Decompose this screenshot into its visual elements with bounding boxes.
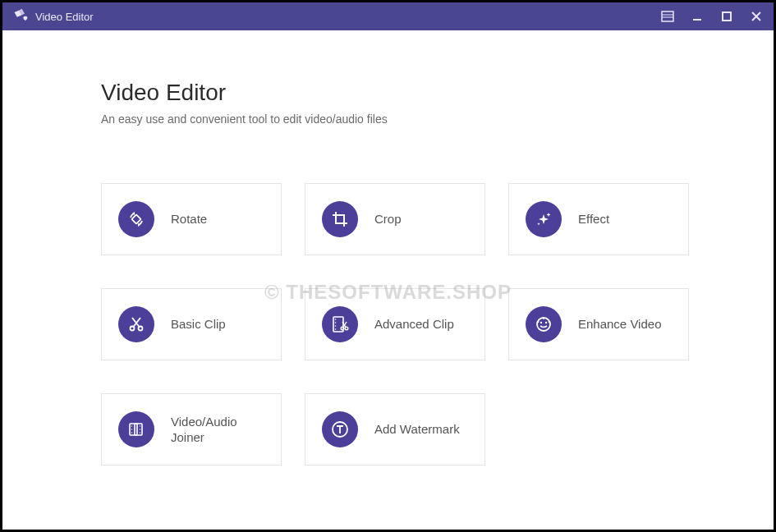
page-title: Video Editor [101, 80, 691, 106]
app-logo-icon [12, 8, 29, 25]
watermark-icon [322, 411, 358, 447]
svg-point-34 [140, 425, 140, 426]
video-audio-joiner-button[interactable]: Video/Audio Joiner [101, 393, 282, 466]
maximize-icon[interactable] [719, 9, 734, 24]
joiner-icon [118, 411, 154, 447]
svg-line-12 [134, 318, 141, 327]
svg-point-17 [335, 325, 337, 327]
svg-point-23 [537, 318, 550, 331]
svg-point-32 [131, 429, 132, 429]
svg-point-27 [538, 321, 540, 323]
add-watermark-button[interactable]: Add Watermark [305, 393, 485, 466]
tool-label: Advanced Clip [374, 316, 454, 332]
svg-point-15 [335, 319, 337, 320]
enhance-video-button[interactable]: Enhance Video [508, 288, 689, 360]
tool-label: Basic Clip [171, 316, 226, 332]
titlebar-left: Video Editor [12, 8, 94, 25]
svg-point-33 [131, 432, 132, 433]
page-subtitle: An easy use and convenient tool to edit … [101, 112, 691, 126]
titlebar-controls [660, 9, 764, 24]
menu-icon[interactable] [660, 9, 675, 24]
svg-point-24 [540, 322, 542, 323]
svg-point-36 [140, 432, 140, 433]
advanced-clip-button[interactable]: Advanced Clip [305, 288, 485, 360]
svg-point-16 [335, 322, 337, 323]
svg-point-26 [543, 318, 544, 319]
svg-point-11 [139, 327, 143, 331]
crop-button[interactable]: Crop [305, 183, 485, 255]
close-icon[interactable] [749, 9, 764, 24]
main-content: Video Editor An easy use and convenient … [2, 30, 774, 530]
app-title: Video Editor [35, 11, 94, 23]
effect-button[interactable]: Effect [508, 183, 689, 255]
svg-rect-30 [135, 424, 142, 435]
basic-clip-button[interactable]: Basic Clip [101, 288, 282, 360]
svg-point-19 [341, 327, 344, 330]
tools-grid: Rotate Crop [101, 183, 691, 466]
rotate-icon [118, 201, 154, 237]
enhance-icon [526, 306, 562, 342]
tool-label: Crop [374, 211, 402, 227]
app-window: Video Editor [0, 0, 776, 532]
tool-label: Rotate [171, 211, 207, 227]
advanced-clip-icon [322, 306, 358, 342]
svg-rect-4 [723, 12, 731, 21]
svg-point-31 [131, 425, 132, 426]
svg-point-28 [549, 321, 550, 323]
svg-point-18 [335, 328, 337, 330]
rotate-button[interactable]: Rotate [101, 183, 282, 255]
minimize-icon[interactable] [690, 9, 705, 24]
svg-point-35 [140, 429, 140, 429]
tool-label: Add Watermark [374, 421, 460, 438]
svg-point-20 [345, 327, 348, 330]
titlebar: Video Editor [2, 2, 774, 30]
tool-label: Enhance Video [578, 316, 661, 332]
svg-point-25 [545, 322, 547, 323]
tool-label: Effect [578, 211, 609, 227]
crop-icon [322, 201, 358, 237]
svg-rect-7 [131, 214, 140, 223]
tool-label: Video/Audio Joiner [171, 414, 264, 446]
scissors-icon [118, 306, 154, 342]
svg-point-10 [131, 327, 135, 331]
svg-rect-0 [662, 11, 673, 21]
effect-icon [526, 201, 562, 237]
svg-line-13 [132, 318, 140, 327]
svg-rect-29 [130, 424, 137, 435]
